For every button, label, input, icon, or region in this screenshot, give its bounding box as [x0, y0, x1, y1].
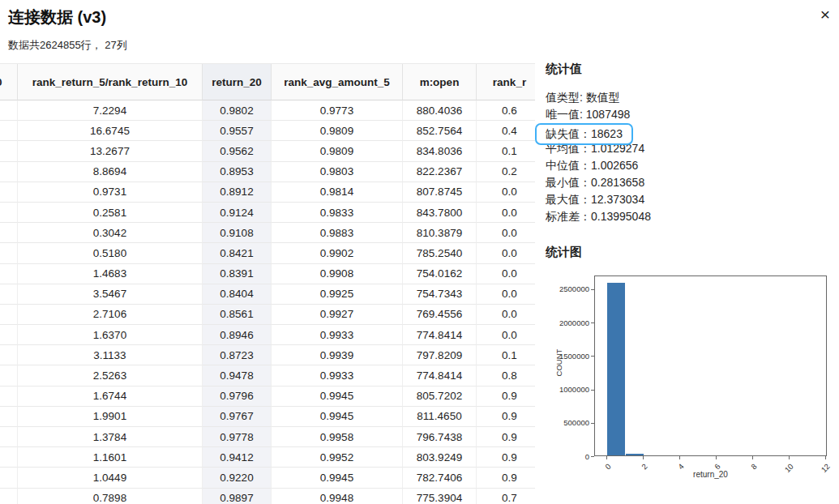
- table-cell: 2.5263: [18, 365, 203, 386]
- table-cell: 0.2581: [18, 203, 203, 223]
- table-cell: 775.3904: [403, 489, 477, 504]
- y-tick-label: 1500000: [547, 352, 589, 361]
- y-tick-label: 0: [547, 452, 589, 461]
- table-cell: 754.0162: [403, 264, 477, 284]
- table-cell: 1.6744: [18, 387, 203, 407]
- table-row: 0.78980.98970.9948775.39040.7: [0, 489, 535, 504]
- column-header-rank_avg_amount_5[interactable]: rank_avg_amount_5: [272, 64, 403, 100]
- table-cell: 0.9778: [203, 427, 272, 447]
- table-cell: 0.8912: [203, 182, 272, 203]
- table-cell: 1.0449: [18, 468, 203, 488]
- table-cell: 0.9945: [272, 407, 403, 427]
- table-cell: 1.9901: [18, 407, 203, 427]
- y-tick-mark: [591, 322, 594, 323]
- chart-section-title: 统计图: [546, 245, 582, 260]
- column-header-rank_return_5-rank_return_10[interactable]: rank_return_5/rank_return_10: [18, 64, 203, 100]
- table-cell: 0.9: [477, 427, 535, 447]
- table-row: 1.67440.97960.9945805.72020.9: [0, 387, 535, 407]
- table-cell: 0.8946: [203, 325, 272, 345]
- table-cell: 811.4650: [403, 407, 477, 427]
- close-icon[interactable]: ×: [814, 3, 837, 26]
- table-cell: 0.9803: [272, 162, 403, 182]
- y-tick-mark: [591, 390, 594, 391]
- table-cell: 0.0: [477, 223, 535, 243]
- table-cell: 803.9249: [403, 447, 477, 468]
- table-cell: 0.7898: [18, 489, 203, 504]
- table-cell: 0.9883: [272, 223, 403, 243]
- table-cell: 785.2540: [403, 243, 477, 263]
- table-cell: 1.4683: [18, 264, 203, 284]
- table-cell: 754.7343: [403, 284, 477, 305]
- data-preview-table[interactable]: 0rank_return_5/rank_return_10return_20ra…: [0, 63, 535, 504]
- table-cell: 0.9562: [203, 141, 272, 161]
- table-cell: 0.5180: [18, 243, 203, 263]
- x-tick-mark: [643, 456, 644, 459]
- x-tick-mark: [789, 456, 790, 459]
- table-cell: 0.9814: [272, 182, 403, 203]
- table-cell: 0.9478: [203, 365, 272, 386]
- histogram-bar: [607, 283, 625, 455]
- table-cell: 0.6: [477, 100, 535, 121]
- column-header-m-open[interactable]: m:open: [403, 64, 477, 100]
- stat-line: 最大值：12.373034: [546, 191, 829, 208]
- table-row: 0.30420.91080.9883810.38790.0: [0, 223, 535, 243]
- table-cell: 843.7800: [403, 203, 477, 223]
- y-tick-label: 2000000: [547, 318, 589, 327]
- table-cell: [0, 223, 18, 243]
- table-cell: 0.4: [477, 121, 535, 141]
- table-row: 1.99010.97670.9945811.46500.9: [0, 407, 535, 427]
- stat-line: 值类型: 数值型: [546, 89, 829, 106]
- column-header-0[interactable]: 0: [0, 64, 18, 100]
- table-cell: [0, 182, 18, 203]
- plot-area: [594, 275, 827, 456]
- table-cell: [0, 264, 18, 284]
- stat-line: 缺失值：18623: [546, 123, 829, 140]
- table-cell: 822.2367: [403, 162, 477, 182]
- y-tick-mark: [591, 456, 594, 457]
- stat-line: 标准差：0.13995048: [546, 208, 829, 225]
- table-row: 8.86940.89530.9803822.23670.2: [0, 162, 535, 182]
- table-cell: 8.8694: [18, 162, 203, 182]
- column-header-label: return_20: [212, 76, 262, 88]
- table-cell: [0, 305, 18, 325]
- histogram-chart: COUNT 0500000100000015000002000000250000…: [546, 267, 839, 504]
- table-cell: 0.9108: [203, 223, 272, 243]
- table-cell: 796.7438: [403, 427, 477, 447]
- table-cell: [0, 325, 18, 345]
- table-cell: 1.1601: [18, 447, 203, 468]
- table-row: 2.71060.85610.9927769.45560.0: [0, 305, 535, 325]
- table-cell: 1.6370: [18, 325, 203, 345]
- table-row: 0.97310.89120.9814807.87450.0: [0, 182, 535, 203]
- table-row: 2.52630.94780.9933774.84140.8: [0, 365, 535, 386]
- table-row: 1.04490.92200.9945782.74060.9: [0, 468, 535, 488]
- stats-panel-title: 统计值: [546, 62, 582, 77]
- table-cell: 774.8414: [403, 365, 477, 386]
- stat-line: 最小值：0.2813658: [546, 174, 829, 191]
- y-tick-label: 500000: [547, 418, 589, 427]
- column-header-label: 0: [0, 76, 2, 88]
- table-cell: 0.8404: [203, 284, 272, 305]
- table-cell: [0, 489, 18, 504]
- table-row: 3.11330.87230.9939797.82090.1: [0, 345, 535, 365]
- table-cell: 0.9220: [203, 468, 272, 488]
- table-cell: 0.9731: [18, 182, 203, 203]
- table-cell: 0.9945: [272, 387, 403, 407]
- column-header-return_20[interactable]: return_20: [203, 64, 272, 100]
- table-cell: 0.0: [477, 182, 535, 203]
- table-cell: 0.9948: [272, 489, 403, 504]
- column-header-rank_r[interactable]: rank_r: [477, 64, 535, 100]
- table-header-row: 0rank_return_5/rank_return_10return_20ra…: [0, 64, 535, 100]
- table-cell: 0.9802: [203, 100, 272, 121]
- table-cell: 0.0: [477, 243, 535, 263]
- table-cell: 0.1: [477, 141, 535, 161]
- table-row: 13.26770.95620.9809834.80360.1: [0, 141, 535, 161]
- table-cell: 0.9809: [272, 141, 403, 161]
- table-cell: 0.9767: [203, 407, 272, 427]
- table-cell: [0, 345, 18, 365]
- table-cell: 0.8421: [203, 243, 272, 263]
- table-cell: [0, 100, 18, 121]
- column-header-label: m:open: [420, 76, 460, 88]
- column-header-label: rank_return_5/rank_return_10: [32, 76, 187, 88]
- table-cell: 0.8: [477, 365, 535, 386]
- y-axis-label: COUNT: [554, 337, 563, 389]
